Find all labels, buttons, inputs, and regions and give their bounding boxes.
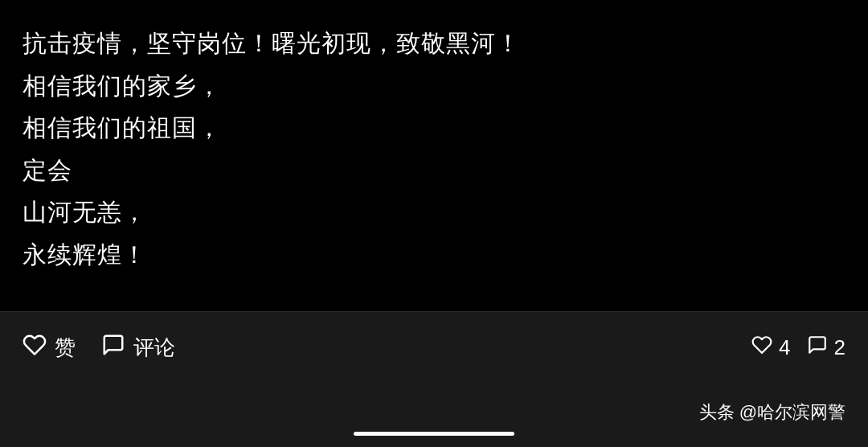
text-line-6: 永续辉煌！ bbox=[23, 234, 845, 277]
heart-icon bbox=[23, 333, 47, 363]
main-content: 抗击疫情，坚守岗位！曙光初现，致敬黑河！ 相信我们的家乡， 相信我们的祖国， 定… bbox=[0, 0, 868, 311]
comment-icon bbox=[101, 333, 125, 363]
action-left: 赞 评论 bbox=[23, 333, 175, 363]
comment-count: 2 bbox=[834, 335, 845, 360]
bottom-bar: 头条 @哈尔滨网警 bbox=[0, 383, 868, 447]
text-line-1: 抗击疫情，坚守岗位！曙光初现，致敬黑河！ bbox=[23, 23, 845, 65]
action-bar: 赞 评论 4 2 bbox=[0, 312, 868, 383]
like-count-group: 4 bbox=[751, 334, 790, 361]
scroll-indicator bbox=[354, 432, 514, 436]
text-line-5: 山河无恙， bbox=[23, 191, 845, 234]
like-count-icon bbox=[751, 334, 772, 361]
comment-count-group: 2 bbox=[807, 334, 845, 361]
text-line-3: 相信我们的祖国， bbox=[23, 107, 845, 150]
action-right: 4 2 bbox=[751, 334, 845, 361]
text-line-4: 定会 bbox=[23, 150, 845, 192]
comment-count-icon bbox=[807, 334, 828, 361]
like-button[interactable]: 赞 bbox=[23, 333, 76, 363]
source-label: 头条 @哈尔滨网警 bbox=[699, 400, 845, 424]
article-text: 抗击疫情，坚守岗位！曙光初现，致敬黑河！ 相信我们的家乡， 相信我们的祖国， 定… bbox=[23, 23, 845, 276]
like-count: 4 bbox=[779, 335, 790, 360]
text-line-2: 相信我们的家乡， bbox=[23, 65, 845, 108]
comment-button[interactable]: 评论 bbox=[101, 333, 175, 363]
like-label: 赞 bbox=[55, 334, 76, 362]
comment-label: 评论 bbox=[133, 334, 175, 362]
